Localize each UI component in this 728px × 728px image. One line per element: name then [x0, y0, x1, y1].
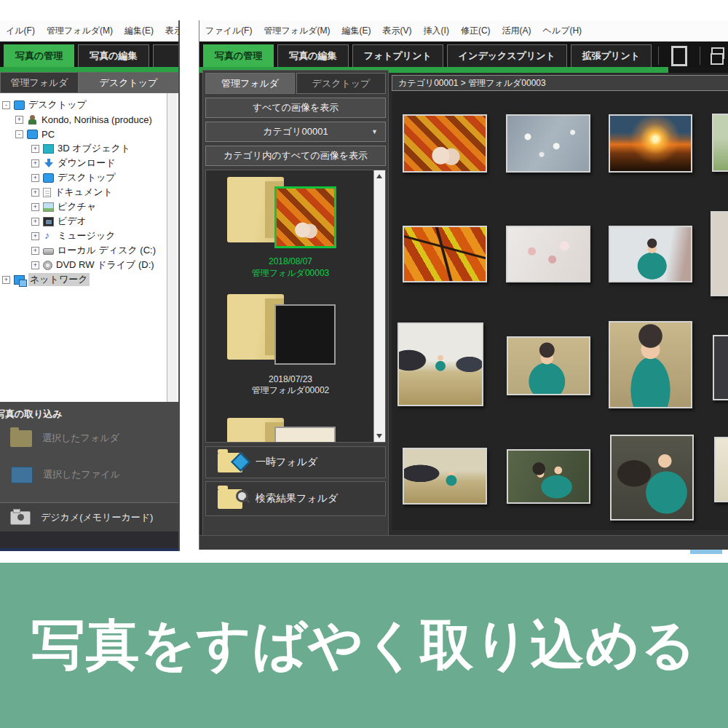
photo-thumbnail[interactable]	[403, 226, 487, 282]
menu-edit[interactable]: 編集(E)	[124, 25, 154, 37]
photo-thumbnail[interactable]	[506, 226, 590, 282]
tab-index-print[interactable]: インデックスプリント	[447, 44, 567, 67]
expand-icon[interactable]	[31, 159, 39, 167]
folder-thumbnail	[274, 427, 336, 443]
chevron-down-icon: ▼	[371, 128, 378, 135]
menu-correct[interactable]: 修正(C)	[461, 25, 491, 37]
tree-scrollbar[interactable]	[167, 93, 177, 402]
expand-icon[interactable]	[31, 218, 39, 226]
menu-file[interactable]: イル(F)	[6, 25, 35, 37]
temp-folder-button[interactable]: 一時フォルダ	[205, 446, 386, 478]
photo-thumbnail[interactable]	[609, 114, 692, 173]
toolbar-separator	[658, 47, 659, 65]
photo-thumbnail[interactable]	[397, 323, 483, 406]
photo-thumbnail[interactable]	[610, 435, 694, 521]
tree-item-network[interactable]: ネットワーク	[0, 272, 178, 287]
tab-photo-manage[interactable]: 写真の管理	[203, 44, 274, 67]
tab-cropped[interactable]	[153, 44, 178, 67]
photo-thumbnail[interactable]	[713, 335, 728, 400]
expand-icon[interactable]	[2, 276, 10, 284]
import-selected-folder[interactable]: 選択したフォルダ	[0, 424, 178, 453]
dropdown-value: カテゴリ00001	[263, 125, 328, 138]
expand-icon[interactable]	[31, 189, 39, 197]
expand-icon[interactable]	[31, 174, 39, 182]
photo-thumbnail[interactable]	[712, 114, 728, 172]
tree-item-desktop[interactable]: デスクトップ	[0, 98, 178, 112]
photo-thumbnail[interactable]	[714, 437, 728, 502]
expand-icon[interactable]	[31, 203, 39, 211]
tree-item-desktop-sub[interactable]: デスクトップ	[0, 170, 178, 185]
right-statusbar	[199, 535, 728, 550]
right-app-window: ファイル(F) 管理フォルダ(M) 編集(E) 表示(V) 挿入(I) 修正(C…	[199, 20, 728, 550]
tab-managed-folder[interactable]: 管理フォルダ	[205, 73, 295, 94]
menu-view[interactable]: 表示(V)	[383, 25, 412, 37]
cascade-windows-icon[interactable]	[711, 47, 724, 65]
collapse-icon[interactable]	[2, 101, 10, 109]
tab-desktop[interactable]: デスクトップ	[79, 72, 178, 93]
import-digital-camera[interactable]: デジカメ(メモリーカード)	[0, 502, 178, 533]
search-results-folder-button[interactable]: 検索結果フォルダ	[205, 481, 386, 516]
tab-photo-print[interactable]: フォトプリント	[352, 44, 443, 67]
tab-desktop[interactable]: デスクトップ	[296, 73, 386, 94]
photo-thumbnail[interactable]	[711, 211, 728, 296]
photo-thumbnail[interactable]	[507, 336, 590, 395]
tree-item-pc[interactable]: PC	[0, 127, 178, 141]
tree-item-documents[interactable]: ドキュメント	[0, 185, 178, 199]
expand-icon[interactable]	[31, 145, 39, 153]
button-label: すべての画像を表示	[253, 101, 339, 114]
managed-folder-list: 2018/08/07 管理フォルダ00003 2018/07/23 管理フォルダ…	[205, 170, 386, 443]
tab-extended-print[interactable]: 拡張プリント	[571, 44, 652, 67]
scroll-down-icon[interactable]	[376, 434, 382, 438]
breadcrumb-text: カテゴリ00001 > 管理フォルダ00003	[398, 78, 546, 88]
menu-utilize[interactable]: 活用(A)	[502, 25, 531, 37]
tree-item-downloads[interactable]: ダウンロード	[0, 156, 178, 170]
menu-file[interactable]: ファイル(F)	[205, 25, 252, 37]
tree-item-user[interactable]: Kondo, Norihisa (produce)	[0, 112, 178, 127]
folder-date: 2018/07/23	[206, 374, 375, 384]
folder-thumbnail-selected	[274, 186, 336, 248]
menu-view[interactable]: 表示(	[165, 25, 178, 37]
photo-thumbnail[interactable]	[609, 321, 692, 408]
photo-thumbnail[interactable]	[403, 448, 487, 505]
scroll-up-icon[interactable]	[376, 174, 382, 178]
photo-thumbnail[interactable]	[506, 114, 590, 173]
expand-icon[interactable]	[15, 116, 23, 124]
tree-label: ネットワーク	[28, 273, 90, 286]
tab-photo-edit[interactable]: 写真の編集	[277, 44, 348, 67]
tree-item-pictures[interactable]: ピクチャ	[0, 199, 178, 214]
photo-thumbnail[interactable]	[507, 449, 590, 504]
expand-icon[interactable]	[31, 261, 39, 269]
temp-folder-icon	[218, 453, 242, 472]
single-window-icon[interactable]	[671, 46, 687, 66]
photo-thumbnail[interactable]	[609, 226, 692, 282]
show-category-images-button[interactable]: カテゴリ内のすべての画像を表示	[205, 146, 386, 166]
category-dropdown[interactable]: カテゴリ00001▼	[205, 122, 386, 142]
import-selected-file[interactable]: 選択したファイル	[0, 460, 178, 489]
local-disk-icon	[43, 248, 54, 255]
folder-list-scrollbar[interactable]	[373, 170, 385, 442]
show-all-images-button[interactable]: すべての画像を表示	[205, 98, 386, 118]
tree-item-music[interactable]: ミュージック	[0, 229, 178, 243]
expand-icon[interactable]	[31, 232, 39, 240]
tree-item-local-disk[interactable]: ローカル ディスク (C:)	[0, 243, 178, 258]
network-icon	[14, 275, 25, 285]
collapse-icon[interactable]	[15, 130, 23, 138]
tree-item-dvd-drive[interactable]: DVD RW ドライブ (D:)	[0, 258, 178, 272]
menu-help[interactable]: ヘルプ(H)	[543, 25, 582, 37]
tab-photo-edit[interactable]: 写真の編集	[78, 44, 149, 67]
button-label: 検索結果フォルダ	[256, 492, 338, 505]
3d-objects-icon	[43, 144, 54, 154]
menu-managed-folder[interactable]: 管理フォルダ(M)	[47, 25, 113, 37]
tree-item-videos[interactable]: ビデオ	[0, 214, 178, 229]
folder-name: 管理フォルダ00002	[206, 384, 375, 397]
expand-icon[interactable]	[31, 247, 39, 255]
tree-item-3d-objects[interactable]: 3D オブジェクト	[0, 141, 178, 156]
strip-dark-end	[668, 67, 728, 73]
tab-photo-manage[interactable]: 写真の管理	[4, 44, 74, 67]
file-icon	[11, 467, 33, 483]
menu-edit[interactable]: 編集(E)	[342, 25, 371, 37]
tab-managed-folder[interactable]: 管理フォルダ	[0, 72, 79, 93]
menu-insert[interactable]: 挿入(I)	[424, 25, 449, 37]
menu-managed-folder[interactable]: 管理フォルダ(M)	[264, 25, 330, 37]
photo-thumbnail[interactable]	[403, 114, 487, 173]
